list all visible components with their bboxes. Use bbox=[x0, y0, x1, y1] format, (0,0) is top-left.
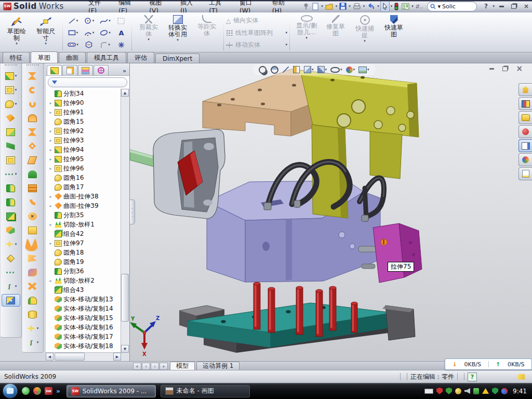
dropdown-arrow-icon[interactable]: ▾ bbox=[15, 243, 17, 246]
rectangle-tool-icon[interactable] bbox=[68, 30, 76, 36]
extruded-cut-icon[interactable]: ▾ bbox=[2, 70, 20, 82]
spline-curve2-icon[interactable]: ʃ ▾ bbox=[23, 336, 42, 349]
search-input[interactable]: Solic bbox=[442, 3, 456, 10]
ribbon-list-button[interactable]: 线性草图阵列 ▾ bbox=[226, 29, 287, 37]
expand-arrow-icon[interactable]: ▸ bbox=[48, 110, 53, 115]
feature-tree-item[interactable]: ▸ 拉伸96 bbox=[46, 164, 121, 173]
dropdown-arrow-icon[interactable]: ▾ bbox=[305, 36, 308, 40]
pin-toolbar-icon[interactable] bbox=[302, 2, 310, 11]
command-tab[interactable]: 特征 bbox=[3, 52, 30, 63]
flex-feature-icon[interactable] bbox=[23, 126, 42, 138]
expand-arrow-icon[interactable]: ▸ bbox=[48, 166, 53, 171]
delete-body-icon[interactable]: × bbox=[23, 210, 42, 222]
restore-button[interactable] bbox=[508, 2, 520, 11]
last-tab-button[interactable]: » bbox=[159, 363, 168, 370]
dropdown-arrow-icon[interactable]: ▾ bbox=[15, 88, 17, 92]
draft-feature-icon[interactable] bbox=[23, 252, 42, 264]
feature-tree-item[interactable]: ▸ 切除-放样1 bbox=[46, 220, 121, 229]
feature-tree-item[interactable]: 分割34 bbox=[46, 89, 121, 98]
ribbon-button[interactable]: 快速草 图 bbox=[379, 14, 408, 51]
feature-tree-item[interactable]: 组合43 bbox=[46, 285, 121, 295]
rebuild-icon[interactable] bbox=[393, 2, 400, 11]
select-region-tool-icon[interactable] bbox=[117, 18, 125, 24]
new-dropdown-icon[interactable]: ▾ bbox=[321, 5, 323, 8]
dropdown-arrow-icon[interactable]: ▾ bbox=[15, 102, 17, 106]
dropdown-arrow-icon[interactable]: ▾ bbox=[15, 172, 17, 176]
minimize-button[interactable] bbox=[496, 2, 507, 11]
graphics-viewport[interactable]: Y Z X bbox=[130, 63, 532, 361]
command-tab[interactable]: 曲面 bbox=[59, 52, 86, 63]
dropdown-arrow-icon[interactable]: ▾ bbox=[177, 38, 179, 42]
search-dropdown-icon[interactable]: ▾ bbox=[437, 4, 441, 9]
circle-tool-icon[interactable] bbox=[84, 17, 92, 24]
fillet-icon[interactable]: ▾ bbox=[2, 98, 20, 110]
prev-tab-button[interactable]: ‹ bbox=[142, 363, 150, 370]
polygon-tool-icon[interactable] bbox=[85, 41, 92, 48]
file-explorer-tab[interactable] bbox=[518, 111, 532, 124]
feature-tree-item[interactable]: 实体-移动/复制18 bbox=[46, 341, 121, 351]
command-tab[interactable]: DimXpert bbox=[155, 54, 200, 63]
property-manager-tab[interactable] bbox=[62, 65, 77, 75]
linear-pattern-icon[interactable]: ▾ bbox=[2, 168, 20, 180]
hide-show-items-icon[interactable]: ▾ bbox=[330, 67, 342, 73]
print-icon[interactable] bbox=[352, 2, 362, 11]
ribbon-button[interactable]: 快速捕 捉 ▾ bbox=[350, 14, 379, 51]
taskbar-clock[interactable]: 9:41 bbox=[513, 388, 527, 395]
dimxpert-manager-tab[interactable] bbox=[94, 65, 109, 75]
command-tab[interactable]: 草图 bbox=[31, 51, 58, 63]
dropdown-arrow-icon[interactable]: ▾ bbox=[37, 341, 39, 344]
volume-icon[interactable] bbox=[464, 388, 470, 394]
view-orientation-icon[interactable]: ▾ bbox=[304, 66, 314, 73]
feature-tree-item[interactable]: 实体-移动/复制13 bbox=[46, 295, 121, 304]
antivirus-icon[interactable] bbox=[492, 388, 498, 394]
panel-overflow-icon[interactable]: » bbox=[121, 68, 128, 75]
feature-tree-item[interactable]: 圆角16 bbox=[46, 173, 121, 182]
dropdown-arrow-icon[interactable]: ▾ bbox=[108, 43, 110, 47]
wireless-warning-icon[interactable] bbox=[482, 388, 489, 394]
search-tab[interactable] bbox=[518, 125, 532, 138]
dropdown-arrow-icon[interactable]: ▾ bbox=[92, 31, 95, 35]
dropdown-arrow-icon[interactable]: ▾ bbox=[92, 19, 95, 23]
display-style-icon[interactable]: ▾ bbox=[317, 66, 327, 73]
undo-icon[interactable] bbox=[366, 2, 376, 11]
open-dropdown-icon[interactable]: ▾ bbox=[336, 5, 338, 8]
boundary-feature-icon[interactable] bbox=[2, 252, 20, 264]
zoom-area-icon[interactable] bbox=[271, 66, 279, 74]
configuration-manager-tab[interactable] bbox=[78, 65, 93, 75]
custom-properties-tab[interactable] bbox=[518, 167, 532, 180]
options-dropdown-icon[interactable]: ▾ bbox=[411, 5, 414, 8]
select-tool-icon[interactable] bbox=[380, 1, 390, 12]
feature-tree-item[interactable]: 实体-移动/复制14 bbox=[46, 304, 121, 313]
new-document-icon[interactable] bbox=[311, 2, 320, 11]
security-alert-icon[interactable] bbox=[436, 388, 443, 394]
dropdown-arrow-icon[interactable]: ▾ bbox=[148, 38, 150, 42]
communicator-icon[interactable] bbox=[473, 388, 479, 394]
keyboard-icon[interactable] bbox=[424, 389, 433, 394]
command-tab[interactable]: 模具工具 bbox=[87, 52, 126, 63]
ribbon-button[interactable]: 修复草 图 bbox=[321, 14, 350, 51]
close-button[interactable]: × bbox=[521, 2, 532, 11]
smart-dimension-button[interactable]: 智能尺 寸 ▾ bbox=[31, 14, 60, 51]
feature-tree-item[interactable]: 圆角17 bbox=[46, 182, 121, 192]
planar-surface-icon[interactable] bbox=[23, 154, 42, 166]
spline-tool-icon[interactable] bbox=[100, 18, 108, 24]
security-center-icon[interactable] bbox=[446, 388, 452, 394]
dropdown-arrow-icon[interactable]: ▾ bbox=[364, 39, 366, 43]
feature-tree-item[interactable]: ▸ 切除-放样2 bbox=[46, 276, 121, 285]
open-document-icon[interactable] bbox=[324, 2, 335, 11]
mirror-feature-icon[interactable] bbox=[23, 280, 42, 292]
spline-curve-icon[interactable]: ʃ ▾ bbox=[2, 280, 20, 292]
instant3d-icon[interactable]: ↘ bbox=[2, 294, 20, 307]
sketch-button[interactable]: 草图绘 制 ▾ bbox=[2, 14, 31, 51]
scroll-up-icon[interactable]: ▲ bbox=[121, 89, 129, 97]
doc-minimize-button[interactable] bbox=[489, 68, 494, 70]
extruded-boss-icon[interactable]: ▾ bbox=[2, 84, 20, 96]
horizontal-scroll-thumb[interactable] bbox=[55, 353, 85, 361]
ribbon-button[interactable]: 显示/删 除几... ▾ bbox=[292, 14, 321, 51]
doc-close-button[interactable]: × bbox=[516, 65, 523, 73]
feature-tree-item[interactable]: 圆角19 bbox=[46, 257, 121, 267]
scroll-left-icon[interactable]: ◀ bbox=[46, 353, 54, 361]
ellipse-tool-icon[interactable] bbox=[100, 30, 108, 36]
feature-tree-item[interactable]: 圆角15 bbox=[46, 117, 121, 126]
feature-tree-item[interactable]: 组合42 bbox=[46, 229, 121, 238]
